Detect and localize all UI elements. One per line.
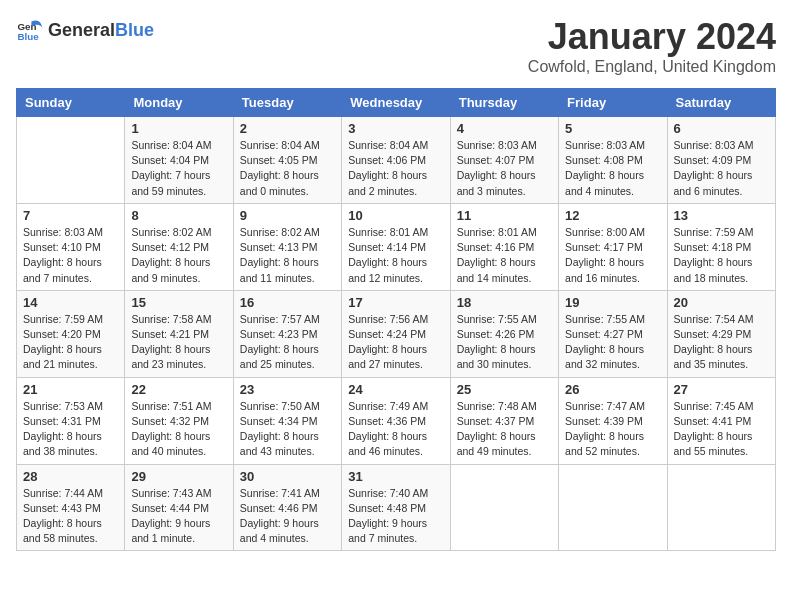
- logo-blue: Blue: [115, 20, 154, 40]
- day-info: Sunrise: 7:54 AM Sunset: 4:29 PM Dayligh…: [674, 312, 769, 373]
- day-info: Sunrise: 8:04 AM Sunset: 4:05 PM Dayligh…: [240, 138, 335, 199]
- logo: Gen Blue GeneralBlue: [16, 16, 154, 44]
- day-number: 29: [131, 469, 226, 484]
- day-number: 25: [457, 382, 552, 397]
- day-info: Sunrise: 8:00 AM Sunset: 4:17 PM Dayligh…: [565, 225, 660, 286]
- day-info: Sunrise: 8:04 AM Sunset: 4:04 PM Dayligh…: [131, 138, 226, 199]
- day-number: 31: [348, 469, 443, 484]
- day-number: 20: [674, 295, 769, 310]
- header: Gen Blue GeneralBlue January 2024 Cowfol…: [16, 16, 776, 76]
- day-info: Sunrise: 8:03 AM Sunset: 4:08 PM Dayligh…: [565, 138, 660, 199]
- day-number: 23: [240, 382, 335, 397]
- calendar-cell: 21Sunrise: 7:53 AM Sunset: 4:31 PM Dayli…: [17, 377, 125, 464]
- day-number: 1: [131, 121, 226, 136]
- calendar-cell: 28Sunrise: 7:44 AM Sunset: 4:43 PM Dayli…: [17, 464, 125, 551]
- day-info: Sunrise: 8:02 AM Sunset: 4:13 PM Dayligh…: [240, 225, 335, 286]
- day-number: 12: [565, 208, 660, 223]
- day-info: Sunrise: 7:47 AM Sunset: 4:39 PM Dayligh…: [565, 399, 660, 460]
- day-info: Sunrise: 7:53 AM Sunset: 4:31 PM Dayligh…: [23, 399, 118, 460]
- day-number: 30: [240, 469, 335, 484]
- calendar-cell: 24Sunrise: 7:49 AM Sunset: 4:36 PM Dayli…: [342, 377, 450, 464]
- calendar-cell: 8Sunrise: 8:02 AM Sunset: 4:12 PM Daylig…: [125, 203, 233, 290]
- day-number: 27: [674, 382, 769, 397]
- header-day-saturday: Saturday: [667, 89, 775, 117]
- calendar-cell: 12Sunrise: 8:00 AM Sunset: 4:17 PM Dayli…: [559, 203, 667, 290]
- month-title: January 2024: [528, 16, 776, 58]
- day-number: 11: [457, 208, 552, 223]
- day-number: 9: [240, 208, 335, 223]
- logo-icon: Gen Blue: [16, 16, 44, 44]
- calendar-cell: 11Sunrise: 8:01 AM Sunset: 4:16 PM Dayli…: [450, 203, 558, 290]
- svg-text:Blue: Blue: [17, 31, 39, 42]
- day-number: 19: [565, 295, 660, 310]
- week-row-0: 1Sunrise: 8:04 AM Sunset: 4:04 PM Daylig…: [17, 117, 776, 204]
- calendar-cell: 16Sunrise: 7:57 AM Sunset: 4:23 PM Dayli…: [233, 290, 341, 377]
- day-number: 4: [457, 121, 552, 136]
- logo-wordmark: GeneralBlue: [48, 20, 154, 41]
- calendar-cell: 30Sunrise: 7:41 AM Sunset: 4:46 PM Dayli…: [233, 464, 341, 551]
- day-number: 24: [348, 382, 443, 397]
- day-info: Sunrise: 8:03 AM Sunset: 4:10 PM Dayligh…: [23, 225, 118, 286]
- calendar-cell: 7Sunrise: 8:03 AM Sunset: 4:10 PM Daylig…: [17, 203, 125, 290]
- title-area: January 2024 Cowfold, England, United Ki…: [528, 16, 776, 76]
- day-number: 10: [348, 208, 443, 223]
- week-row-3: 21Sunrise: 7:53 AM Sunset: 4:31 PM Dayli…: [17, 377, 776, 464]
- week-row-2: 14Sunrise: 7:59 AM Sunset: 4:20 PM Dayli…: [17, 290, 776, 377]
- calendar-cell: [667, 464, 775, 551]
- day-info: Sunrise: 7:56 AM Sunset: 4:24 PM Dayligh…: [348, 312, 443, 373]
- calendar-cell: 5Sunrise: 8:03 AM Sunset: 4:08 PM Daylig…: [559, 117, 667, 204]
- day-number: 7: [23, 208, 118, 223]
- day-number: 8: [131, 208, 226, 223]
- day-number: 18: [457, 295, 552, 310]
- calendar-cell: 22Sunrise: 7:51 AM Sunset: 4:32 PM Dayli…: [125, 377, 233, 464]
- day-number: 17: [348, 295, 443, 310]
- day-info: Sunrise: 8:01 AM Sunset: 4:16 PM Dayligh…: [457, 225, 552, 286]
- day-number: 21: [23, 382, 118, 397]
- day-number: 2: [240, 121, 335, 136]
- calendar-table: SundayMondayTuesdayWednesdayThursdayFrid…: [16, 88, 776, 551]
- location-subtitle: Cowfold, England, United Kingdom: [528, 58, 776, 76]
- day-number: 15: [131, 295, 226, 310]
- day-info: Sunrise: 7:59 AM Sunset: 4:18 PM Dayligh…: [674, 225, 769, 286]
- day-info: Sunrise: 7:41 AM Sunset: 4:46 PM Dayligh…: [240, 486, 335, 547]
- header-row: SundayMondayTuesdayWednesdayThursdayFrid…: [17, 89, 776, 117]
- week-row-1: 7Sunrise: 8:03 AM Sunset: 4:10 PM Daylig…: [17, 203, 776, 290]
- calendar-cell: 13Sunrise: 7:59 AM Sunset: 4:18 PM Dayli…: [667, 203, 775, 290]
- day-info: Sunrise: 7:57 AM Sunset: 4:23 PM Dayligh…: [240, 312, 335, 373]
- calendar-cell: 17Sunrise: 7:56 AM Sunset: 4:24 PM Dayli…: [342, 290, 450, 377]
- calendar-header: SundayMondayTuesdayWednesdayThursdayFrid…: [17, 89, 776, 117]
- calendar-cell: 6Sunrise: 8:03 AM Sunset: 4:09 PM Daylig…: [667, 117, 775, 204]
- day-number: 3: [348, 121, 443, 136]
- day-number: 28: [23, 469, 118, 484]
- calendar-cell: [559, 464, 667, 551]
- day-number: 6: [674, 121, 769, 136]
- header-day-wednesday: Wednesday: [342, 89, 450, 117]
- day-info: Sunrise: 7:45 AM Sunset: 4:41 PM Dayligh…: [674, 399, 769, 460]
- day-number: 5: [565, 121, 660, 136]
- calendar-cell: 3Sunrise: 8:04 AM Sunset: 4:06 PM Daylig…: [342, 117, 450, 204]
- calendar-cell: 14Sunrise: 7:59 AM Sunset: 4:20 PM Dayli…: [17, 290, 125, 377]
- calendar-cell: 4Sunrise: 8:03 AM Sunset: 4:07 PM Daylig…: [450, 117, 558, 204]
- day-info: Sunrise: 7:55 AM Sunset: 4:26 PM Dayligh…: [457, 312, 552, 373]
- week-row-4: 28Sunrise: 7:44 AM Sunset: 4:43 PM Dayli…: [17, 464, 776, 551]
- day-info: Sunrise: 7:51 AM Sunset: 4:32 PM Dayligh…: [131, 399, 226, 460]
- calendar-cell: 15Sunrise: 7:58 AM Sunset: 4:21 PM Dayli…: [125, 290, 233, 377]
- calendar-cell: 27Sunrise: 7:45 AM Sunset: 4:41 PM Dayli…: [667, 377, 775, 464]
- day-number: 13: [674, 208, 769, 223]
- day-info: Sunrise: 8:03 AM Sunset: 4:07 PM Dayligh…: [457, 138, 552, 199]
- calendar-cell: 10Sunrise: 8:01 AM Sunset: 4:14 PM Dayli…: [342, 203, 450, 290]
- calendar-cell: [450, 464, 558, 551]
- calendar-body: 1Sunrise: 8:04 AM Sunset: 4:04 PM Daylig…: [17, 117, 776, 551]
- logo-general: General: [48, 20, 115, 40]
- day-number: 22: [131, 382, 226, 397]
- day-info: Sunrise: 7:55 AM Sunset: 4:27 PM Dayligh…: [565, 312, 660, 373]
- calendar-cell: 23Sunrise: 7:50 AM Sunset: 4:34 PM Dayli…: [233, 377, 341, 464]
- day-info: Sunrise: 8:01 AM Sunset: 4:14 PM Dayligh…: [348, 225, 443, 286]
- day-info: Sunrise: 7:44 AM Sunset: 4:43 PM Dayligh…: [23, 486, 118, 547]
- calendar-cell: 20Sunrise: 7:54 AM Sunset: 4:29 PM Dayli…: [667, 290, 775, 377]
- calendar-cell: [17, 117, 125, 204]
- calendar-cell: 26Sunrise: 7:47 AM Sunset: 4:39 PM Dayli…: [559, 377, 667, 464]
- day-info: Sunrise: 7:59 AM Sunset: 4:20 PM Dayligh…: [23, 312, 118, 373]
- calendar-cell: 9Sunrise: 8:02 AM Sunset: 4:13 PM Daylig…: [233, 203, 341, 290]
- day-number: 14: [23, 295, 118, 310]
